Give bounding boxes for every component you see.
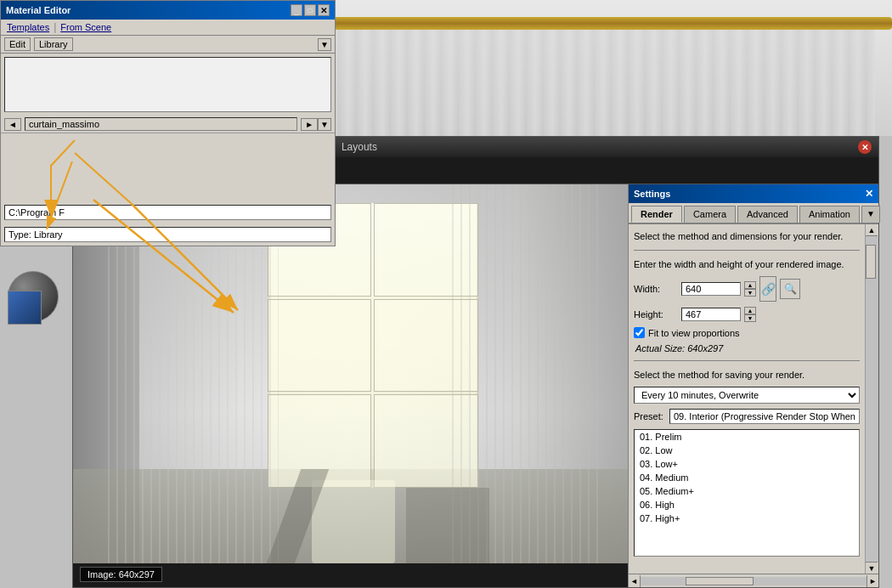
divider-1 [634, 250, 860, 251]
material-type-row [1, 223, 335, 246]
height-up[interactable]: ▲ [744, 307, 756, 314]
preset-item-1[interactable]: 01. Prelim [635, 430, 859, 444]
fit-to-view-label: Fit to view proportions [648, 328, 740, 338]
divider-2 [634, 360, 860, 361]
preset-item-3[interactable]: 03. Low+ [635, 457, 859, 471]
save-method-text: Select the method for saving your render… [634, 368, 860, 382]
width-label: Width: [634, 284, 676, 294]
width-row: Width: ▲ ▼ 🔗 🔍 [634, 276, 860, 302]
preset-item-6[interactable]: 06. High [635, 498, 859, 512]
fit-to-view-row: Fit to view proportions [634, 327, 860, 338]
height-label: Height: [634, 309, 676, 319]
material-type-field [4, 227, 331, 242]
width-input[interactable] [681, 282, 741, 296]
tab-camera[interactable]: Camera [684, 206, 736, 223]
prev-material-button[interactable]: ◄ [4, 118, 21, 131]
material-editor-nav: Templates | From Scene [1, 20, 335, 36]
settings-panel: Settings ✕ Render Camera Advanced Animat… [628, 184, 878, 587]
scroll-track [866, 236, 878, 562]
width-up[interactable]: ▲ [744, 281, 756, 289]
resize-button[interactable]: □ [304, 4, 316, 16]
render-method-text: Select the method and dimensions for you… [634, 229, 860, 243]
twilight-close-button[interactable]: ✕ [858, 140, 872, 154]
material-name-input[interactable]: curtain_massimo [25, 117, 297, 131]
window-shadow-2 [406, 488, 489, 563]
settings-title: Settings [634, 189, 865, 199]
height-spinner: ▲ ▼ [744, 307, 756, 322]
curtain-top [306, 30, 875, 136]
scroll-up-button[interactable]: ▲ [866, 224, 878, 236]
material-path-field[interactable] [4, 205, 331, 220]
close-button[interactable]: ✕ [318, 4, 330, 16]
from-scene-link[interactable]: From Scene [58, 22, 114, 32]
render-status-text: Image: 640x297 [88, 569, 155, 580]
material-editor-window: Material Editor _ □ ✕ Templates | From S… [0, 0, 336, 246]
material-dropdown[interactable]: ▼ [318, 118, 331, 131]
minimize-button[interactable]: _ [291, 4, 302, 16]
material-content-area [4, 57, 331, 112]
material-editor-titlebar: Material Editor _ □ ✕ [1, 1, 335, 20]
bottom-scroll-thumb[interactable] [686, 577, 754, 585]
next-material-button[interactable]: ► [301, 118, 318, 131]
height-input-group: ▲ ▼ [681, 307, 756, 322]
fit-to-view-checkbox[interactable] [634, 327, 645, 338]
material-nav-row: ◄ curtain_massimo ► ▼ [1, 116, 335, 133]
width-input-group: ▲ ▼ 🔗 🔍 [681, 276, 800, 302]
preset-label: Preset: [634, 411, 666, 421]
dimensions-text: Enter the width and height of your rende… [634, 257, 860, 271]
height-down[interactable]: ▼ [744, 314, 756, 322]
tab-animation[interactable]: Animation [799, 206, 860, 223]
material-preview-area [1, 133, 335, 201]
actual-size-text: Actual Size: 640x297 [634, 343, 860, 353]
material-secondary-preview [8, 291, 42, 325]
material-toolbar: Edit Library ▼ [1, 36, 335, 54]
preset-item-2[interactable]: 02. Low [635, 444, 859, 457]
link-proportions-icon[interactable]: 🔗 [759, 276, 776, 302]
material-bottom-row [1, 201, 335, 223]
tab-render[interactable]: Render [631, 206, 682, 223]
library-button[interactable]: Library [34, 37, 73, 51]
pane-3 [268, 299, 372, 393]
toolbar-dropdown[interactable]: ▼ [318, 38, 331, 51]
settings-right-scrollbar: ▲ ▼ [865, 224, 878, 574]
settings-titlebar: Settings ✕ [629, 184, 878, 203]
settings-close-button[interactable]: ✕ [865, 188, 873, 200]
background-3d-view [238, 0, 892, 136]
width-down[interactable]: ▼ [744, 289, 756, 297]
edit-button[interactable]: Edit [4, 37, 31, 51]
bottom-scroll-track [641, 577, 867, 585]
preset-list[interactable]: 01. Prelim 02. Low 03. Low+ 04. Medium 0… [634, 429, 860, 557]
preset-row: Preset: [634, 409, 860, 424]
preset-item-7[interactable]: 07. High+ [635, 512, 859, 525]
scroll-thumb[interactable] [866, 245, 876, 279]
material-editor-title: Material Editor [6, 5, 291, 15]
templates-link[interactable]: Templates [4, 22, 52, 32]
curtain-rod [289, 17, 892, 30]
height-row: Height: ▲ ▼ [634, 307, 860, 322]
save-method-select[interactable]: Every 10 minutes, Overwrite [634, 387, 860, 404]
scroll-down-button[interactable]: ▼ [866, 562, 878, 574]
scroll-right-button[interactable]: ► [867, 575, 878, 587]
layouts-menu[interactable]: Layouts [338, 141, 381, 153]
preset-item-4[interactable]: 04. Medium [635, 471, 859, 484]
light-patch [312, 480, 395, 563]
height-input[interactable] [681, 308, 741, 321]
tab-advanced[interactable]: Advanced [737, 206, 798, 223]
settings-body: Select the method and dimensions for you… [629, 224, 865, 574]
render-status-bar: Image: 640x297 [80, 567, 162, 582]
preset-item-5[interactable]: 05. Medium+ [635, 484, 859, 498]
settings-bottom-scrollbar: ◄ ► [629, 574, 878, 587]
zoom-icon[interactable]: 🔍 [780, 279, 800, 299]
preset-input[interactable] [669, 409, 860, 424]
scroll-left-button[interactable]: ◄ [629, 575, 641, 587]
tab-more-button[interactable]: ▼ [861, 206, 880, 223]
settings-tabs: Render Camera Advanced Animation ▼ [629, 203, 878, 224]
width-spinner: ▲ ▼ [744, 281, 756, 297]
